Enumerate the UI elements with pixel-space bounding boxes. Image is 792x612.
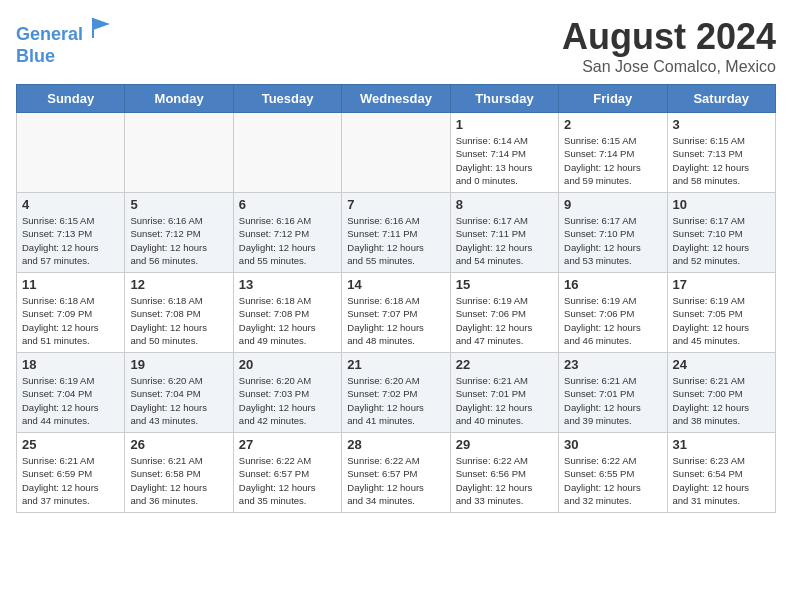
calendar-cell: [17, 113, 125, 193]
calendar-cell: 21Sunrise: 6:20 AM Sunset: 7:02 PM Dayli…: [342, 353, 450, 433]
day-header-saturday: Saturday: [667, 85, 775, 113]
day-info: Sunrise: 6:21 AM Sunset: 6:59 PM Dayligh…: [22, 454, 119, 507]
day-number: 28: [347, 437, 444, 452]
day-header-tuesday: Tuesday: [233, 85, 341, 113]
day-number: 8: [456, 197, 553, 212]
calendar-cell: 22Sunrise: 6:21 AM Sunset: 7:01 PM Dayli…: [450, 353, 558, 433]
calendar-cell: 17Sunrise: 6:19 AM Sunset: 7:05 PM Dayli…: [667, 273, 775, 353]
day-header-sunday: Sunday: [17, 85, 125, 113]
day-number: 19: [130, 357, 227, 372]
day-number: 26: [130, 437, 227, 452]
week-row-3: 11Sunrise: 6:18 AM Sunset: 7:09 PM Dayli…: [17, 273, 776, 353]
day-number: 20: [239, 357, 336, 372]
day-info: Sunrise: 6:14 AM Sunset: 7:14 PM Dayligh…: [456, 134, 553, 187]
day-info: Sunrise: 6:16 AM Sunset: 7:12 PM Dayligh…: [130, 214, 227, 267]
calendar-cell: 30Sunrise: 6:22 AM Sunset: 6:55 PM Dayli…: [559, 433, 667, 513]
calendar-cell: 8Sunrise: 6:17 AM Sunset: 7:11 PM Daylig…: [450, 193, 558, 273]
day-info: Sunrise: 6:15 AM Sunset: 7:14 PM Dayligh…: [564, 134, 661, 187]
day-number: 25: [22, 437, 119, 452]
day-number: 7: [347, 197, 444, 212]
calendar-cell: 1Sunrise: 6:14 AM Sunset: 7:14 PM Daylig…: [450, 113, 558, 193]
calendar-cell: [125, 113, 233, 193]
day-info: Sunrise: 6:17 AM Sunset: 7:10 PM Dayligh…: [564, 214, 661, 267]
calendar-cell: 6Sunrise: 6:16 AM Sunset: 7:12 PM Daylig…: [233, 193, 341, 273]
logo-blue: Blue: [16, 46, 55, 66]
day-info: Sunrise: 6:22 AM Sunset: 6:57 PM Dayligh…: [347, 454, 444, 507]
calendar-cell: 27Sunrise: 6:22 AM Sunset: 6:57 PM Dayli…: [233, 433, 341, 513]
day-info: Sunrise: 6:21 AM Sunset: 7:00 PM Dayligh…: [673, 374, 770, 427]
svg-rect-1: [92, 18, 94, 38]
day-info: Sunrise: 6:15 AM Sunset: 7:13 PM Dayligh…: [673, 134, 770, 187]
calendar-cell: 9Sunrise: 6:17 AM Sunset: 7:10 PM Daylig…: [559, 193, 667, 273]
calendar-table: SundayMondayTuesdayWednesdayThursdayFrid…: [16, 84, 776, 513]
day-info: Sunrise: 6:16 AM Sunset: 7:11 PM Dayligh…: [347, 214, 444, 267]
calendar-cell: 25Sunrise: 6:21 AM Sunset: 6:59 PM Dayli…: [17, 433, 125, 513]
calendar-cell: 15Sunrise: 6:19 AM Sunset: 7:06 PM Dayli…: [450, 273, 558, 353]
day-number: 22: [456, 357, 553, 372]
day-info: Sunrise: 6:21 AM Sunset: 7:01 PM Dayligh…: [456, 374, 553, 427]
day-number: 29: [456, 437, 553, 452]
calendar-cell: 10Sunrise: 6:17 AM Sunset: 7:10 PM Dayli…: [667, 193, 775, 273]
day-info: Sunrise: 6:17 AM Sunset: 7:10 PM Dayligh…: [673, 214, 770, 267]
day-header-wednesday: Wednesday: [342, 85, 450, 113]
day-header-friday: Friday: [559, 85, 667, 113]
day-number: 24: [673, 357, 770, 372]
day-number: 11: [22, 277, 119, 292]
day-info: Sunrise: 6:21 AM Sunset: 6:58 PM Dayligh…: [130, 454, 227, 507]
day-info: Sunrise: 6:17 AM Sunset: 7:11 PM Dayligh…: [456, 214, 553, 267]
calendar-cell: 4Sunrise: 6:15 AM Sunset: 7:13 PM Daylig…: [17, 193, 125, 273]
calendar-cell: 7Sunrise: 6:16 AM Sunset: 7:11 PM Daylig…: [342, 193, 450, 273]
day-number: 9: [564, 197, 661, 212]
day-info: Sunrise: 6:15 AM Sunset: 7:13 PM Dayligh…: [22, 214, 119, 267]
calendar-cell: 20Sunrise: 6:20 AM Sunset: 7:03 PM Dayli…: [233, 353, 341, 433]
day-info: Sunrise: 6:16 AM Sunset: 7:12 PM Dayligh…: [239, 214, 336, 267]
week-row-5: 25Sunrise: 6:21 AM Sunset: 6:59 PM Dayli…: [17, 433, 776, 513]
day-info: Sunrise: 6:22 AM Sunset: 6:55 PM Dayligh…: [564, 454, 661, 507]
calendar-cell: 16Sunrise: 6:19 AM Sunset: 7:06 PM Dayli…: [559, 273, 667, 353]
day-info: Sunrise: 6:20 AM Sunset: 7:04 PM Dayligh…: [130, 374, 227, 427]
calendar-cell: 5Sunrise: 6:16 AM Sunset: 7:12 PM Daylig…: [125, 193, 233, 273]
day-info: Sunrise: 6:19 AM Sunset: 7:05 PM Dayligh…: [673, 294, 770, 347]
day-info: Sunrise: 6:22 AM Sunset: 6:57 PM Dayligh…: [239, 454, 336, 507]
logo-flag-icon: [90, 16, 114, 40]
calendar-cell: 3Sunrise: 6:15 AM Sunset: 7:13 PM Daylig…: [667, 113, 775, 193]
calendar-cell: 12Sunrise: 6:18 AM Sunset: 7:08 PM Dayli…: [125, 273, 233, 353]
week-row-1: 1Sunrise: 6:14 AM Sunset: 7:14 PM Daylig…: [17, 113, 776, 193]
logo: General Blue: [16, 16, 114, 67]
day-info: Sunrise: 6:20 AM Sunset: 7:03 PM Dayligh…: [239, 374, 336, 427]
day-header-monday: Monday: [125, 85, 233, 113]
day-number: 14: [347, 277, 444, 292]
day-number: 27: [239, 437, 336, 452]
week-row-2: 4Sunrise: 6:15 AM Sunset: 7:13 PM Daylig…: [17, 193, 776, 273]
day-number: 10: [673, 197, 770, 212]
day-number: 5: [130, 197, 227, 212]
day-number: 23: [564, 357, 661, 372]
day-number: 1: [456, 117, 553, 132]
day-info: Sunrise: 6:19 AM Sunset: 7:06 PM Dayligh…: [456, 294, 553, 347]
calendar-cell: 18Sunrise: 6:19 AM Sunset: 7:04 PM Dayli…: [17, 353, 125, 433]
calendar-cell: 31Sunrise: 6:23 AM Sunset: 6:54 PM Dayli…: [667, 433, 775, 513]
day-info: Sunrise: 6:18 AM Sunset: 7:08 PM Dayligh…: [130, 294, 227, 347]
day-number: 4: [22, 197, 119, 212]
day-info: Sunrise: 6:19 AM Sunset: 7:04 PM Dayligh…: [22, 374, 119, 427]
day-number: 15: [456, 277, 553, 292]
day-header-thursday: Thursday: [450, 85, 558, 113]
day-info: Sunrise: 6:20 AM Sunset: 7:02 PM Dayligh…: [347, 374, 444, 427]
day-info: Sunrise: 6:22 AM Sunset: 6:56 PM Dayligh…: [456, 454, 553, 507]
calendar-cell: 24Sunrise: 6:21 AM Sunset: 7:00 PM Dayli…: [667, 353, 775, 433]
calendar-cell: 13Sunrise: 6:18 AM Sunset: 7:08 PM Dayli…: [233, 273, 341, 353]
title-block: August 2024 San Jose Comalco, Mexico: [562, 16, 776, 76]
week-row-4: 18Sunrise: 6:19 AM Sunset: 7:04 PM Dayli…: [17, 353, 776, 433]
day-info: Sunrise: 6:18 AM Sunset: 7:07 PM Dayligh…: [347, 294, 444, 347]
calendar-cell: 26Sunrise: 6:21 AM Sunset: 6:58 PM Dayli…: [125, 433, 233, 513]
day-number: 30: [564, 437, 661, 452]
day-info: Sunrise: 6:19 AM Sunset: 7:06 PM Dayligh…: [564, 294, 661, 347]
calendar-cell: 28Sunrise: 6:22 AM Sunset: 6:57 PM Dayli…: [342, 433, 450, 513]
day-number: 21: [347, 357, 444, 372]
day-info: Sunrise: 6:18 AM Sunset: 7:09 PM Dayligh…: [22, 294, 119, 347]
day-number: 17: [673, 277, 770, 292]
calendar-cell: 19Sunrise: 6:20 AM Sunset: 7:04 PM Dayli…: [125, 353, 233, 433]
calendar-cell: 29Sunrise: 6:22 AM Sunset: 6:56 PM Dayli…: [450, 433, 558, 513]
day-number: 3: [673, 117, 770, 132]
calendar-cell: 23Sunrise: 6:21 AM Sunset: 7:01 PM Dayli…: [559, 353, 667, 433]
